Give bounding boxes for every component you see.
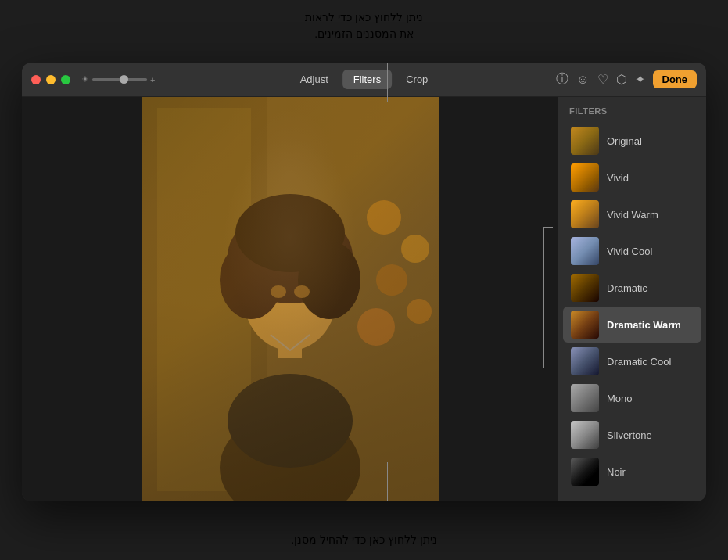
filter-thumb bbox=[571, 311, 599, 339]
filters-panel: FILTERS OriginalVividVivid WarmVivid Coo… bbox=[558, 97, 706, 501]
toolbar-right: ⓘ ☺ ♡ ⬡ ✦ Done bbox=[556, 70, 697, 88]
svg-point-1 bbox=[367, 200, 401, 235]
filter-item-dramatic-warm[interactable]: Dramatic Warm bbox=[563, 307, 701, 343]
photo-preview bbox=[142, 97, 439, 501]
filter-item-silvertone[interactable]: Silvertone bbox=[563, 417, 701, 453]
filter-thumb bbox=[571, 347, 599, 375]
brightness-slider[interactable]: ☀ + bbox=[81, 74, 155, 84]
emoji-icon[interactable]: ☺ bbox=[576, 73, 589, 87]
filter-thumb bbox=[571, 384, 599, 412]
filter-name: Dramatic Warm bbox=[607, 319, 681, 331]
share-icon[interactable]: ⬡ bbox=[616, 72, 627, 87]
filter-name: Dramatic bbox=[607, 282, 647, 294]
tooltip-top: ניתן ללחוץ כאן כדי לראות את המסננים הזמי… bbox=[125, 9, 603, 42]
filter-name: Vivid Warm bbox=[607, 209, 658, 221]
filter-item-dramatic-cool[interactable]: Dramatic Cool bbox=[563, 343, 701, 379]
done-button[interactable]: Done bbox=[653, 70, 698, 88]
photo-area bbox=[22, 97, 558, 501]
filter-name: Silvertone bbox=[607, 429, 652, 441]
filter-thumb bbox=[571, 237, 599, 265]
filter-name: Vivid Cool bbox=[607, 246, 652, 257]
app-window: ☀ + Adjust Filters Crop ⓘ ☺ ♡ ⬡ ✦ Done bbox=[22, 63, 706, 501]
filter-thumb bbox=[571, 458, 599, 486]
slider-track bbox=[92, 78, 147, 81]
filter-name: Noir bbox=[607, 466, 626, 478]
filter-item-original[interactable]: Original bbox=[563, 123, 701, 159]
titlebar: ☀ + Adjust Filters Crop ⓘ ☺ ♡ ⬡ ✦ Done bbox=[22, 63, 706, 97]
filter-item-dramatic[interactable]: Dramatic bbox=[563, 270, 701, 306]
svg-point-2 bbox=[401, 235, 429, 263]
traffic-lights bbox=[31, 75, 70, 84]
callout-area bbox=[543, 63, 544, 336]
filter-thumb bbox=[571, 200, 599, 228]
svg-point-5 bbox=[357, 308, 395, 346]
main-area: FILTERS OriginalVividVivid WarmVivid Coo… bbox=[22, 97, 706, 501]
filters-header: FILTERS bbox=[558, 97, 706, 122]
slider-min-icon: ☀ bbox=[81, 74, 89, 84]
slider-thumb bbox=[120, 75, 128, 84]
maximize-button[interactable] bbox=[61, 75, 70, 84]
tab-filters[interactable]: Filters bbox=[342, 70, 392, 89]
callout-line-top bbox=[387, 63, 388, 102]
info-icon[interactable]: ⓘ bbox=[556, 71, 568, 88]
tab-adjust[interactable]: Adjust bbox=[289, 70, 339, 89]
callout-line-bottom bbox=[387, 462, 388, 501]
svg-point-16 bbox=[271, 285, 286, 298]
filter-name: Dramatic Cool bbox=[607, 356, 671, 368]
filter-item-mono[interactable]: Mono bbox=[563, 380, 701, 416]
filter-item-vivid-cool[interactable]: Vivid Cool bbox=[563, 233, 701, 269]
magic-icon[interactable]: ✦ bbox=[635, 72, 645, 87]
filter-name: Original bbox=[607, 135, 642, 147]
svg-point-17 bbox=[294, 285, 310, 298]
svg-point-4 bbox=[407, 299, 432, 324]
filter-item-noir[interactable]: Noir bbox=[563, 454, 701, 490]
filter-thumb bbox=[571, 421, 599, 449]
filter-item-vivid[interactable]: Vivid bbox=[563, 160, 701, 196]
svg-point-15 bbox=[235, 194, 345, 272]
minimize-button[interactable] bbox=[46, 75, 56, 84]
filter-thumb bbox=[571, 274, 599, 302]
filter-list: OriginalVividVivid WarmVivid CoolDramati… bbox=[558, 122, 706, 490]
filter-thumb bbox=[571, 163, 599, 192]
slider-max-icon: + bbox=[150, 75, 155, 84]
filter-name: Vivid bbox=[607, 172, 629, 184]
tab-crop[interactable]: Crop bbox=[395, 70, 439, 89]
filter-thumb bbox=[571, 127, 599, 155]
svg-point-3 bbox=[376, 264, 407, 296]
tooltip-bottom: ניתן ללחוץ כאן כדי להחיל מסנן. bbox=[125, 533, 603, 546]
close-button[interactable] bbox=[31, 75, 41, 84]
filter-name: Mono bbox=[607, 393, 633, 404]
filter-item-vivid-warm[interactable]: Vivid Warm bbox=[563, 196, 701, 232]
svg-point-9 bbox=[228, 374, 353, 468]
tab-group: Adjust Filters Crop bbox=[289, 70, 439, 89]
heart-icon[interactable]: ♡ bbox=[597, 72, 608, 87]
